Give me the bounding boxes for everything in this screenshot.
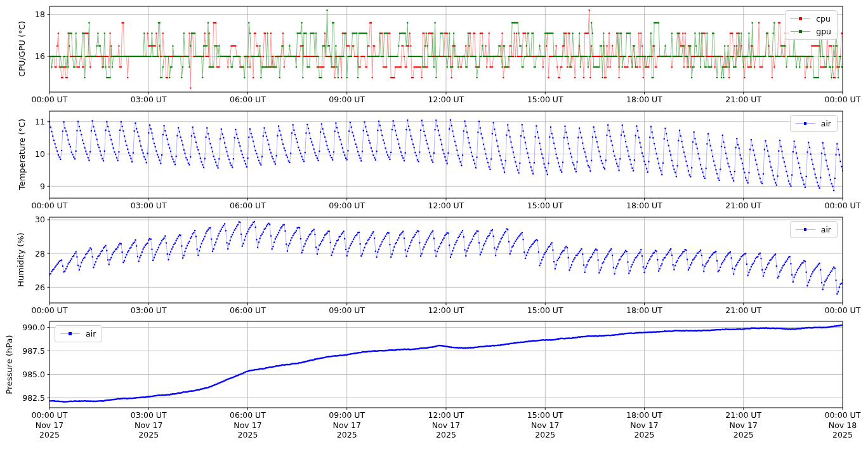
temperature-chart-panel [49,111,843,198]
humidity-axis-label: Humidity (%) [16,232,25,287]
temperature-axis-label: Temperature (°C) [17,119,27,190]
cpu-gpu-chart-panel [49,6,843,92]
weather-multipanel-figure: CPU/GPU (°C) Temperature (°C) Humidity (… [0,0,868,449]
pressure-axis-label: Pressure (hPa) [4,335,14,394]
humidity-chart-panel [49,217,843,303]
pressure-chart-panel [49,321,843,408]
cpu-gpu-axis-label: CPU/GPU (°C) [17,21,27,77]
